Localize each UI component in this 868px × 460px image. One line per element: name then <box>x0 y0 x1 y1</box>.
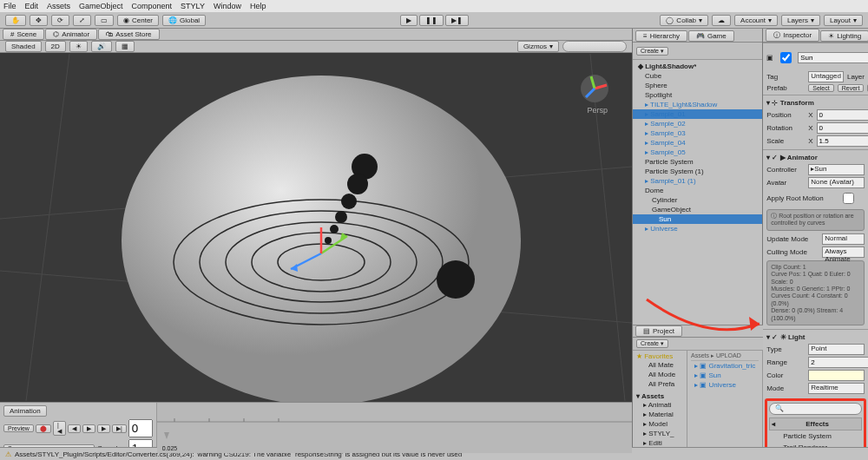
project-asset[interactable]: ▸ ▣ Sun <box>691 371 759 380</box>
transform-header[interactable]: ▾ ⊹ Transform <box>766 97 865 108</box>
hierarchy-item[interactable]: ▸ Sample_01 <box>633 109 762 119</box>
hierarchy-item[interactable]: ▸ Sample_04 <box>633 138 762 148</box>
fav-allmod[interactable]: All Mode <box>636 370 683 379</box>
gameobject-name[interactable] <box>798 52 868 63</box>
animator-header[interactable]: ▾ ✓ ▶ Animator <box>766 152 865 163</box>
menu-component[interactable]: Component <box>132 2 173 10</box>
tool-rect[interactable]: ▭ <box>95 15 114 26</box>
back-button[interactable]: ◂ <box>772 420 775 428</box>
anim-preview[interactable]: Preview <box>3 424 34 432</box>
project-folder[interactable]: ▸ Model <box>636 419 683 429</box>
prefab-select[interactable]: Select <box>808 84 833 92</box>
tool-scale[interactable]: ⤢ <box>73 15 91 26</box>
hierarchy-item[interactable]: ▸ Sample_01 (1) <box>633 176 762 186</box>
project-folder[interactable]: ▸ STYLY_ <box>636 429 683 438</box>
audio-toggle[interactable]: 🔊 <box>91 41 112 52</box>
menu-assets[interactable]: Assets <box>47 2 70 10</box>
tab-scene[interactable]: # Scene <box>3 29 44 40</box>
prefab-revert[interactable]: Revert <box>838 84 865 92</box>
hierarchy-item[interactable]: Sphere <box>633 81 762 90</box>
tool-hand[interactable]: ✋ <box>5 15 26 26</box>
hierarchy-item[interactable]: Dome <box>633 186 762 195</box>
hierarchy-item[interactable]: Spotlight <box>633 90 762 100</box>
hierarchy-item[interactable]: Particle System <box>633 157 762 167</box>
pivot-global[interactable]: 🌐 Global <box>162 15 206 26</box>
gameobject-active[interactable] <box>780 52 792 63</box>
scene-viewport[interactable]: Persp <box>0 53 632 402</box>
project-asset[interactable]: ▸ ▣ Gravitation_tric <box>691 361 759 371</box>
light-type[interactable]: Point <box>808 344 865 355</box>
tab-lighting[interactable]: ☀ Lighting <box>820 30 868 42</box>
anim-record[interactable]: ⬤ <box>36 424 51 433</box>
hierarchy-item[interactable]: ▸ Universe <box>633 224 762 233</box>
anim-last[interactable]: ▶| <box>112 424 127 433</box>
controller-field[interactable]: ▸Sun <box>808 164 865 175</box>
menu-styly[interactable]: STYLY <box>181 2 205 10</box>
project-breadcrumb[interactable]: Assets ▸ UPLOAD <box>691 352 759 361</box>
project-create[interactable]: Create ▾ <box>636 339 668 348</box>
tab-game[interactable]: 🎮 Game <box>688 30 734 42</box>
gizmos-dropdown[interactable]: Gizmos ▾ <box>517 41 559 52</box>
pause-button[interactable]: ❚❚ <box>419 15 444 26</box>
anim-play[interactable]: ▶ <box>82 424 95 433</box>
fav-allpref[interactable]: All Prefa <box>636 379 683 389</box>
hierarchy-item[interactable]: ▸ Sample_02 <box>633 119 762 128</box>
tab-animator[interactable]: ⌬ Animator <box>45 29 97 40</box>
hierarchy-item[interactable]: ▸ Sample_03 <box>633 128 762 138</box>
menu-help[interactable]: Help <box>250 2 266 10</box>
tab-project[interactable]: ▤ Project <box>635 325 682 337</box>
collab-dropdown[interactable]: ◯ Collab ▾ <box>660 15 708 26</box>
account-dropdown[interactable]: Account ▾ <box>734 15 778 26</box>
fav-allmat[interactable]: All Mate <box>636 360 683 370</box>
layers-dropdown[interactable]: Layers ▾ <box>781 15 820 26</box>
menu-file[interactable]: File <box>3 2 16 10</box>
hierarchy-item[interactable]: ▸ TILTE_Light&Shadow <box>633 100 762 109</box>
tab-animation[interactable]: Animation <box>3 405 47 417</box>
cloud-button[interactable]: ☁ <box>712 15 731 26</box>
assets-header[interactable]: ▾ Assets <box>636 392 683 400</box>
step-button[interactable]: ▶❚ <box>445 15 469 26</box>
light-color[interactable] <box>808 370 865 381</box>
anim-first[interactable]: |◀ <box>53 421 66 436</box>
scene-search[interactable] <box>562 41 627 52</box>
lighting-toggle[interactable]: ☀ <box>69 41 88 52</box>
component-search[interactable] <box>769 403 862 415</box>
play-button[interactable]: ▶ <box>400 15 418 26</box>
hierarchy-create[interactable]: Create ▾ <box>636 47 668 56</box>
light-range[interactable] <box>808 357 868 368</box>
hierarchy-item[interactable]: Sun <box>633 214 762 224</box>
scene-root[interactable]: ◆ Light&Shadow* <box>633 62 762 71</box>
shaded-dropdown[interactable]: Shaded <box>5 41 42 52</box>
project-folder[interactable]: ▸ Animati <box>636 400 683 410</box>
pivot-center[interactable]: ◉ Center <box>117 15 159 26</box>
hierarchy-item[interactable]: Particle System (1) <box>633 167 762 176</box>
menu-gameobject[interactable]: GameObject <box>79 2 123 10</box>
fx-toggle[interactable]: ▦ <box>115 41 135 52</box>
scl-x[interactable] <box>817 135 868 147</box>
anim-next[interactable]: ▶ <box>97 424 110 433</box>
rot-x[interactable] <box>817 122 868 134</box>
light-mode[interactable]: Realtime <box>808 383 865 394</box>
hierarchy-item[interactable]: ▸ Sample_05 <box>633 148 762 157</box>
layout-dropdown[interactable]: Layout ▾ <box>824 15 863 26</box>
tab-hierarchy[interactable]: ≡ Hierarchy <box>635 30 687 42</box>
menu-edit[interactable]: Edit <box>25 2 39 10</box>
2d-toggle[interactable]: 2D <box>45 41 66 52</box>
update-mode[interactable]: Normal <box>822 233 865 245</box>
avatar-field[interactable]: None (Avatar) <box>808 177 865 188</box>
tab-inspector[interactable]: ⓘ Inspector <box>766 29 819 42</box>
hierarchy-item[interactable]: GameObject <box>633 205 762 214</box>
hierarchy-item[interactable]: Cube <box>633 71 762 81</box>
tab-assetstore[interactable]: 🛍 Asset Store <box>98 29 159 40</box>
project-asset[interactable]: ▸ ▣ Universe <box>691 380 759 390</box>
anim-prev[interactable]: ◀ <box>68 424 81 433</box>
hierarchy-item[interactable]: Cylinder <box>633 195 762 205</box>
tool-rotate[interactable]: ⟳ <box>51 15 69 26</box>
light-header[interactable]: ▾ ✓ ☀ Light <box>766 332 865 343</box>
root-motion-checkbox[interactable] <box>843 193 854 204</box>
culling-mode[interactable]: Always Animate <box>822 246 865 258</box>
anim-frame[interactable] <box>128 419 153 437</box>
project-folder[interactable]: ▸ Material <box>636 410 683 419</box>
tag-dropdown[interactable]: Untagged <box>808 71 844 82</box>
tool-move[interactable]: ✥ <box>30 15 48 26</box>
